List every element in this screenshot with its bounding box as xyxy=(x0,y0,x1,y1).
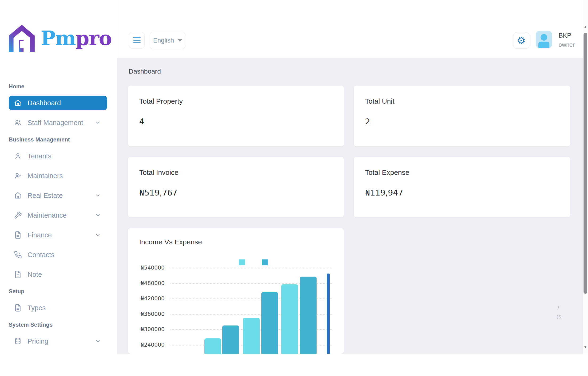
settings-button[interactable]: ⚙ xyxy=(513,32,529,49)
hamburger-icon xyxy=(133,37,141,38)
home-icon xyxy=(14,99,22,107)
y-axis-tick-label: ₦240000 xyxy=(137,342,165,348)
sidebar-item-maintainers[interactable]: Maintainers xyxy=(9,168,107,183)
y-axis-tick-label: ₦300000 xyxy=(137,326,165,332)
file-icon xyxy=(14,304,22,312)
main-content: Dashboard Total Property 4 Total Unit 2 … xyxy=(117,58,583,354)
sidebar-item-tenants[interactable]: Tenants xyxy=(9,149,107,163)
wrench-icon xyxy=(14,211,22,219)
clipped-overflow-text: / xyxy=(557,305,559,312)
chevron-down-icon[interactable] xyxy=(95,120,101,126)
sidebar-item-label: Maintainers xyxy=(28,172,107,180)
chevron-down-icon[interactable] xyxy=(95,212,101,218)
caret-down-icon xyxy=(178,39,182,42)
user-check-icon xyxy=(14,172,22,180)
chart-bar-highlight[interactable] xyxy=(327,273,330,354)
app-root: Pmpro HomeDashboardStaff ManagementBusin… xyxy=(0,0,588,376)
y-axis-tick-label: ₦480000 xyxy=(137,280,165,286)
sidebar-item-label: Tenants xyxy=(28,152,107,160)
sidebar-item-real-estate[interactable]: Real Estate xyxy=(9,188,107,203)
stat-card-total-expense: Total Expense ₦119,947 xyxy=(354,157,570,217)
sidebar-item-note[interactable]: Note xyxy=(9,267,107,282)
user-icon xyxy=(14,152,22,160)
sidebar-item-label: Dashboard xyxy=(28,99,107,107)
stat-card-title: Total Property xyxy=(139,97,183,105)
sidebar-item-label: Contacts xyxy=(28,251,107,259)
stat-card-total-unit: Total Unit 2 xyxy=(354,85,570,146)
nav-section-header: Home xyxy=(9,83,117,90)
stat-card-value: 4 xyxy=(139,117,144,126)
sidebar-nav: HomeDashboardStaff ManagementBusiness Ma… xyxy=(0,77,117,354)
chart-bar-light[interactable] xyxy=(243,318,260,354)
sidebar-item-contacts[interactable]: Contacts xyxy=(9,248,107,262)
menu-toggle-button[interactable] xyxy=(129,32,145,48)
sidebar-item-maintenance[interactable]: Maintenance xyxy=(9,208,107,222)
sidebar: Pmpro HomeDashboardStaff ManagementBusin… xyxy=(0,0,117,354)
page-title: Dashboard xyxy=(129,68,161,75)
brand-logo[interactable]: Pmpro xyxy=(7,21,111,56)
file-icon xyxy=(14,231,22,239)
phone-icon xyxy=(14,251,22,259)
stat-card-total-invoice: Total Invoice ₦519,767 xyxy=(128,157,344,217)
chevron-down-icon[interactable] xyxy=(95,338,101,344)
chevron-down-icon[interactable] xyxy=(95,192,101,198)
sidebar-item-label: Real Estate xyxy=(28,192,95,199)
user-name: BKP xyxy=(559,32,575,39)
chevron-down-icon[interactable] xyxy=(95,232,101,238)
legend-swatch-income[interactable] xyxy=(239,260,245,265)
chart-gridline xyxy=(171,268,332,268)
gear-icon: ⚙ xyxy=(517,35,526,46)
language-selector[interactable]: English xyxy=(150,32,185,49)
y-axis-tick-label: ₦540000 xyxy=(137,265,165,271)
home-icon xyxy=(14,191,22,199)
legend-swatch-expense[interactable] xyxy=(262,260,268,265)
topbar: English ⚙ BKP owner xyxy=(117,0,583,58)
chart-bar-dark[interactable] xyxy=(261,292,278,354)
chart-bar-light[interactable] xyxy=(204,338,221,354)
stat-card-title: Total Unit xyxy=(365,97,395,105)
brand-name-suffix: pro xyxy=(75,27,111,50)
users-icon xyxy=(14,119,22,127)
stat-card-title: Total Expense xyxy=(365,168,409,177)
sidebar-item-types[interactable]: Types xyxy=(9,301,107,315)
sidebar-item-label: Staff Management xyxy=(28,119,95,127)
house-gradient-icon xyxy=(7,21,36,56)
vertical-scrollbar[interactable]: ▲ ▼ xyxy=(583,0,588,354)
sidebar-item-finance[interactable]: Finance xyxy=(9,228,107,242)
y-axis-tick-label: ₦420000 xyxy=(137,295,165,302)
database-icon xyxy=(14,337,22,345)
chart-bar-light[interactable] xyxy=(281,284,298,354)
y-axis-tick-label: ₦360000 xyxy=(137,311,165,317)
brand-wordmark: Pmpro xyxy=(41,21,111,56)
sidebar-item-staff-management[interactable]: Staff Management xyxy=(9,115,107,130)
viewport-bottom-whitespace xyxy=(0,354,588,376)
scroll-down-arrow-icon[interactable]: ▼ xyxy=(583,345,588,349)
nav-section-header: System Settings xyxy=(9,321,117,328)
sidebar-item-label: Finance xyxy=(28,231,95,239)
brand-name-prefix: Pm xyxy=(41,27,75,50)
sidebar-item-label: Pricing xyxy=(28,337,95,345)
stat-card-total-property: Total Property 4 xyxy=(128,85,344,146)
user-meta[interactable]: BKP owner xyxy=(559,32,575,48)
sidebar-item-label: Note xyxy=(28,271,107,279)
sidebar-item-dashboard[interactable]: Dashboard xyxy=(9,96,107,110)
scrollbar-thumb[interactable] xyxy=(584,33,587,294)
language-selector-value: English xyxy=(153,37,174,44)
user-role: owner xyxy=(559,41,575,48)
nav-section-header: Business Management xyxy=(9,136,117,143)
stat-card-value: 2 xyxy=(365,117,370,126)
scroll-up-arrow-icon[interactable]: ▲ xyxy=(583,25,588,29)
stat-card-title: Total Invoice xyxy=(139,168,179,177)
income-vs-expense-chart-card: Income Vs Expense ₦540000₦480000₦420000₦… xyxy=(128,228,344,354)
clipped-overflow-text: (s. xyxy=(556,313,563,320)
user-avatar[interactable] xyxy=(536,31,552,48)
chart-title: Income Vs Expense xyxy=(139,238,202,246)
stat-card-value: ₦519,767 xyxy=(139,188,177,197)
chart-bar-dark[interactable] xyxy=(222,325,239,354)
file-icon xyxy=(14,271,22,279)
chart-bar-dark[interactable] xyxy=(300,277,317,354)
nav-section-header: Setup xyxy=(9,288,117,295)
stat-card-value: ₦119,947 xyxy=(365,188,403,197)
person-avatar-icon xyxy=(536,31,552,48)
sidebar-item-pricing[interactable]: Pricing xyxy=(9,334,107,348)
